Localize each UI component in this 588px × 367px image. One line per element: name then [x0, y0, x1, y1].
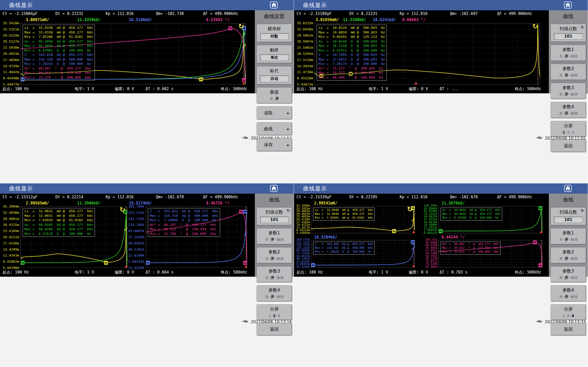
svg-text:M: M	[229, 27, 232, 30]
y-axis-label: 20.5295m	[297, 52, 313, 56]
titlebar: 曲线显示	[0, 0, 294, 10]
y-axis-label: 77.1629k	[128, 235, 144, 239]
legend-line: Max = 94.022 ° @ 273.050 kHz	[442, 246, 499, 250]
chart-cell: 35.5418m32.5321m29.5224m26.5127m23.5030m…	[0, 23, 255, 85]
refresh-icon: ↻	[581, 208, 584, 213]
legend-box: Ls = 32.8948 mH @ 459.177 kHzMax = 32.89…	[313, 208, 375, 221]
sidebar-button-5[interactable]: 曲线►	[257, 122, 292, 135]
button-options: 关-开-保持	[257, 257, 292, 261]
sidebar-button-3[interactable]: 参数3关-开-保持	[257, 266, 292, 283]
sidebar: 曲线扫描点数↻101参数1关-开-保持参数2关-开-保持参数3关-开-保持参数4…	[549, 194, 588, 277]
button-label: 触发	[257, 47, 292, 53]
sidebar-button-1[interactable]: 参数1关-开-保持	[257, 228, 292, 244]
chart-cell: 35.3994m32.4038m29.4081m26.4125m23.4169m…	[0, 207, 129, 268]
y-axis-label: 26.5127m	[3, 39, 19, 43]
plot-area: Z = 101.821 kΩ @ 459.177 kHzMax = 154.31…	[146, 207, 247, 268]
sidebar-button-1[interactable]: 参数1关-开-保持	[551, 228, 586, 244]
legend-line: Max = 95.3056 kΩ @ 459.177 kHz	[24, 44, 93, 48]
button-label: 参数4	[257, 287, 292, 293]
sidebar-button-1[interactable]: 参数1关-开-保持	[551, 45, 586, 61]
home-icon[interactable]	[564, 2, 572, 8]
sidebar-button-2[interactable]: 参数2关-开-保持	[257, 247, 292, 263]
button-label: 参数2	[257, 249, 292, 255]
legend-line: Max = 10.6859 mH @ 390.693 Hz	[318, 30, 385, 35]
button-label: 极值	[257, 89, 292, 95]
sidebar-button-2[interactable]: 标尺自动	[257, 66, 292, 84]
y-axis-label: 11.4738m	[297, 70, 313, 74]
y-axis-label: 8.43862m	[3, 260, 19, 263]
sidebar-button-0[interactable]: 扫描点数↻101	[551, 207, 586, 225]
param-value: Kp = 112.016	[400, 11, 427, 16]
sweep-info-row: 起点: 100 Hz电平: 1 V偏置: 0 VΔT : ...终点: 500k…	[294, 85, 549, 93]
sidebar-button-3[interactable]: 极值关 开	[257, 87, 292, 104]
button-options: 1-2-4	[551, 314, 586, 318]
y-axis-label: 17.5110m	[297, 58, 313, 62]
button-value: 101	[554, 217, 583, 223]
panel-1: 曲线显示Ct = -2.15084μFDt = 0.22232Kp = 112.…	[0, 0, 294, 183]
svg-text:M: M	[539, 207, 542, 210]
legend-box: Ls = 10.6524 mH @ 390.693 HzMax = 10.685…	[317, 25, 387, 81]
back-button[interactable]: 返回	[257, 323, 292, 336]
legend-line: Min = 9.69342 mH @ 129.113 Hz	[318, 35, 385, 39]
legend-line: Max = 154.342 kΩ @ 500.000 kHz	[315, 246, 373, 250]
legend-line: Max = 75.777 ° @ 390.693 Hz	[318, 71, 385, 75]
legend-line: Ls = 33.0338 mH @ 459.177 kHz	[24, 25, 93, 30]
titlebar: 曲线显示	[294, 0, 588, 10]
back-button[interactable]: 返回	[551, 323, 586, 336]
sidebar-button-5[interactable]: 分屏1-2-4	[551, 121, 586, 137]
sidebar-button-5[interactable]: 分屏1-2-4	[257, 304, 292, 320]
sidebar-button-4[interactable]: 参数4关-开-保持	[257, 285, 292, 302]
usb-icon	[536, 319, 542, 324]
sidebar-button-0[interactable]: 扫描点数↻101	[257, 207, 292, 225]
legend-line: Max = 94.9285 kΩ @ 459.177 kHz	[24, 227, 93, 232]
sidebar-button-3[interactable]: 参数3关-开-保持	[551, 266, 586, 283]
button-label: 曲线	[264, 126, 273, 131]
button-label: 分屏	[551, 306, 586, 312]
sweep-info: 电平: 1 V	[369, 270, 388, 275]
home-icon[interactable]	[270, 2, 278, 8]
sidebar-button-0[interactable]: 扫描点数↻101	[551, 24, 586, 42]
chart-cell: 35.6223m32.6038m29.5852m26.5667m23.5481m…	[294, 23, 549, 85]
sidebar-button-4[interactable]: 参数4关-开-保持	[551, 285, 586, 302]
button-options: 关-开-保持	[257, 295, 292, 299]
sidebar-button-2[interactable]: 参数2关-开-保持	[551, 64, 586, 80]
y-axis-label: 29.5224m	[3, 33, 19, 37]
legend-box: Ls = 32.9031 mH @ 459.177 kHzMax = 32.90…	[23, 208, 95, 237]
scale-label: 11.4359kΩ/	[77, 18, 100, 22]
button-label: 参数2	[551, 66, 586, 72]
button-options: 关-开-保持	[551, 54, 586, 59]
chart-cell: 169.775k151.257k132.737k114.216k95.6959k…	[294, 240, 422, 268]
back-button[interactable]: 返回	[551, 140, 586, 152]
y-axis: 104.394k93.0066k81.6188k70.2311k58.8433k…	[422, 206, 439, 234]
sidebar-button-4[interactable]: 参数4关-开-保持	[551, 102, 586, 118]
page-title: 曲线显示	[303, 185, 327, 192]
y-axis-label: 8.45528m	[297, 76, 313, 80]
screen-content: Ct = -2.15189μFDt = 0.22231Kp = 112.016Q…	[294, 10, 549, 93]
sidebar-button-0[interactable]: 横坐标对数	[257, 24, 292, 42]
svg-text:M: M	[244, 210, 247, 214]
legend-line: Max = 27.0613 Ω @ 390.693 Hz	[318, 57, 385, 62]
sidebar-button-6[interactable]: 保存►	[257, 138, 292, 151]
button-options: 1-2-4	[551, 130, 586, 134]
sidebar-button-5[interactable]: 分屏1-2-4	[551, 304, 586, 320]
home-icon[interactable]	[564, 185, 572, 192]
svg-text:M: M	[240, 210, 242, 214]
refresh-icon: ↻	[581, 25, 584, 30]
button-options: 关-开-保持	[551, 111, 586, 116]
y-axis-label: 32.6038m	[297, 27, 313, 31]
sidebar-button-1[interactable]: 触发单次	[257, 45, 292, 63]
param-value: Qm= -102.679	[156, 195, 184, 199]
y-axis-label: 20.4933m	[3, 52, 19, 56]
legend-line: Ls = 32.9031 mH @ 459.177 kHz	[24, 209, 93, 214]
param-value: Dt = 0.22232	[55, 11, 83, 16]
svg-text:m: m	[199, 78, 202, 81]
svg-text:M: M	[411, 241, 414, 244]
svg-text:m: m	[242, 79, 245, 82]
home-icon[interactable]	[270, 185, 278, 192]
legend-line: Min = 7.93935 mH @ 91.0282 kHz	[24, 218, 93, 223]
sidebar-button-2[interactable]: 参数2关-开-保持	[551, 247, 586, 263]
sidebar-button-3[interactable]: 参数3关-开-保持	[551, 83, 586, 99]
params-row: Ct = -2.15189μFDt = 0.22231Kp = 112.016Q…	[294, 10, 549, 17]
scale-label: 8.46758 °/	[206, 201, 229, 206]
sidebar-button-4[interactable]: 读取►	[257, 106, 292, 120]
